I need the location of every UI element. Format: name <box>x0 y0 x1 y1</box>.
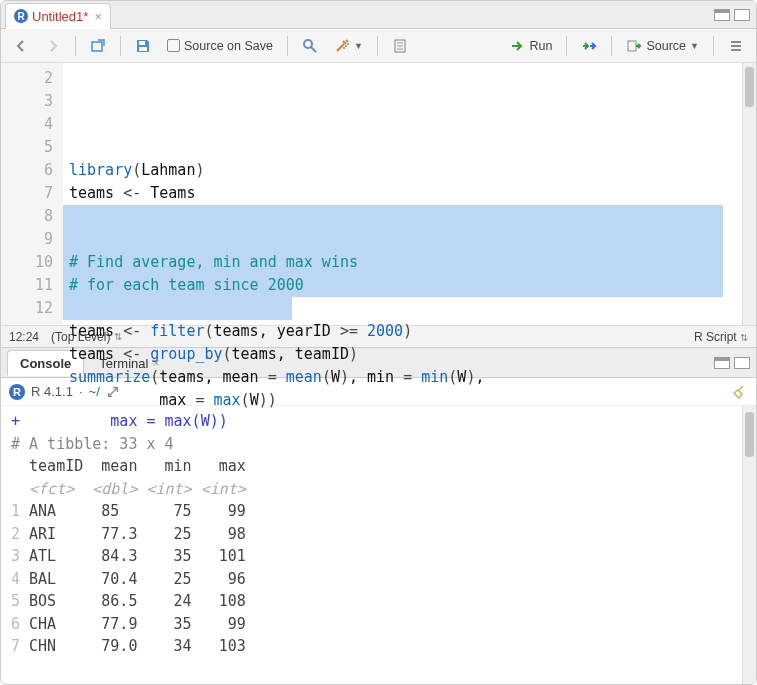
scrollbar-thumb[interactable] <box>745 67 754 107</box>
rerun-button[interactable] <box>575 35 603 57</box>
svg-rect-0 <box>92 42 102 51</box>
code-editor[interactable]: 23456789101112 library(Lahman)teams <- T… <box>1 63 756 325</box>
show-in-new-window-button[interactable] <box>84 35 112 57</box>
scrollbar-thumb[interactable] <box>745 412 754 457</box>
save-button[interactable] <box>129 35 157 57</box>
chevron-down-icon: ▼ <box>354 41 363 51</box>
maximize-pane-icon[interactable] <box>734 9 750 21</box>
code-line[interactable]: teams <- Teams <box>69 182 756 205</box>
cursor-position: 12:24 <box>9 330 39 344</box>
r-logo-icon: R <box>9 384 25 400</box>
svg-rect-2 <box>139 47 147 51</box>
source-toolbar: Source on Save ▼ Run Source ▼ <box>1 29 756 63</box>
svg-rect-1 <box>139 41 145 45</box>
run-button[interactable]: Run <box>504 35 559 57</box>
code-line[interactable]: # for each team since 2000 <box>69 274 756 297</box>
source-tab[interactable]: R Untitled1* × <box>5 3 111 29</box>
svg-point-7 <box>343 47 345 49</box>
line-gutter: 23456789101112 <box>1 63 63 325</box>
source-on-save-label: Source on Save <box>184 39 273 53</box>
compile-report-button[interactable] <box>386 35 414 57</box>
find-button[interactable] <box>296 35 324 57</box>
source-label: Source <box>646 39 686 53</box>
code-line[interactable]: teams <- filter(teams, yearID >= 2000) <box>69 320 756 343</box>
code-line[interactable] <box>69 297 756 320</box>
forward-button[interactable] <box>39 35 67 57</box>
code-line[interactable] <box>69 205 756 228</box>
r-version: R 4.1.1 <box>31 384 73 399</box>
run-label: Run <box>530 39 553 53</box>
source-on-save-toggle[interactable]: Source on Save <box>161 36 279 56</box>
svg-point-6 <box>347 43 349 45</box>
minimize-pane-icon[interactable] <box>714 9 730 21</box>
back-button[interactable] <box>7 35 35 57</box>
close-icon[interactable]: × <box>94 9 102 24</box>
r-file-icon: R <box>14 9 28 23</box>
tab-title: Untitled1* <box>32 9 88 24</box>
code-line[interactable]: # Find average, min and max wins <box>69 251 756 274</box>
svg-point-5 <box>345 45 347 47</box>
source-button[interactable]: Source ▼ <box>620 35 705 57</box>
svg-line-4 <box>311 47 316 52</box>
code-line[interactable]: library(Lahman) <box>69 159 756 182</box>
chevron-down-icon: ▼ <box>690 41 699 51</box>
checkbox-icon <box>167 39 180 52</box>
code-tools-button[interactable]: ▼ <box>328 35 369 57</box>
code-line[interactable]: summarize(teams, mean = mean(W), min = m… <box>69 366 756 389</box>
console-scrollbar[interactable] <box>742 406 756 685</box>
source-tab-bar: R Untitled1* × <box>1 1 756 29</box>
svg-rect-12 <box>628 41 636 51</box>
code-line[interactable]: teams <- group_by(teams, teamID) <box>69 343 756 366</box>
code-line[interactable]: max = max(W)) <box>69 389 756 412</box>
outline-button[interactable] <box>722 35 750 57</box>
code-line[interactable] <box>69 228 756 251</box>
svg-point-3 <box>304 40 312 48</box>
console-output[interactable]: + max = max(W)) # A tibble: 33 x 4 teamI… <box>1 406 756 685</box>
